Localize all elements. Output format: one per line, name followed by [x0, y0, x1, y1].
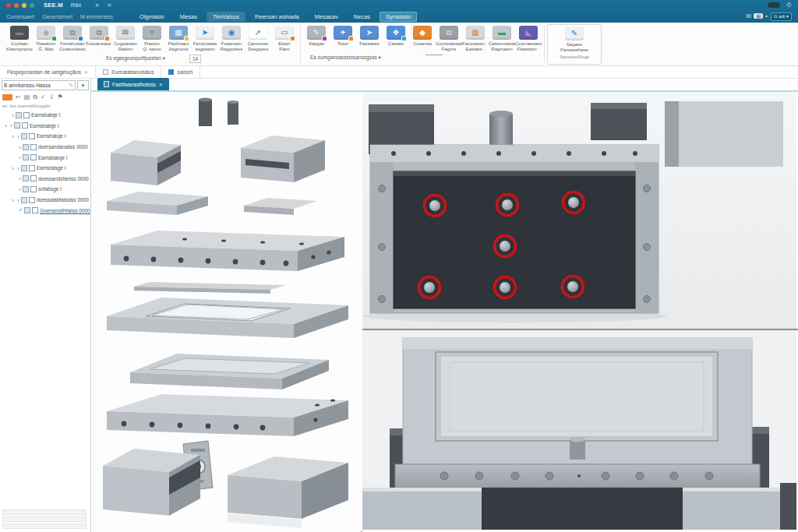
graphics-viewport: Fasttiwanasthotoss ✕: [91, 79, 798, 532]
menu-item[interactable]: Generstmert: [42, 14, 72, 19]
chevron-down-icon[interactable]: ∨: [16, 166, 21, 171]
chevron-down-icon[interactable]: ∨: [9, 123, 14, 128]
collapsed-panel-bar[interactable]: [2, 509, 87, 515]
tree-item[interactable]: ∨doessandsfanlss 0000: [0, 174, 90, 185]
close-icon[interactable]: ✕: [159, 82, 163, 87]
table-icon[interactable]: ▤: [24, 93, 30, 100]
line-style-preview[interactable]: [425, 55, 443, 55]
ribbon-dropdown-1[interactable]: Es egasgoonputfijusstan ▾: [106, 55, 165, 62]
copy-icon[interactable]: ⧉: [33, 93, 37, 100]
flag-icon[interactable]: ⚑: [57, 93, 62, 100]
traffic-light-icon[interactable]: [6, 3, 11, 8]
exploded-assembly-drawing[interactable]: [91, 92, 362, 531]
tree-item[interactable]: ∨∨Eamsbabije I: [0, 121, 90, 132]
ribbon-button-label: Cosansa: [409, 41, 436, 47]
ribbon-button-stack[interactable]: ⧉Comsnassase ▾Fagms: [436, 24, 462, 65]
ribbon-button-chart-up[interactable]: ➚CansnsseSsegspes: [245, 24, 271, 65]
tree-filter-combobox[interactable]: B amrikánssu Hassa ✎: [2, 80, 76, 90]
ribbon-button-drop[interactable]: ◆Cosansa·: [409, 24, 436, 65]
assembly-icon: [21, 133, 27, 139]
traffic-light-icon[interactable]: [14, 3, 19, 8]
menu-item-reersan-asinada[interactable]: Reersan asinada: [249, 12, 305, 22]
traffic-light-icon[interactable]: [30, 3, 34, 8]
chevron-down-icon[interactable]: ∨: [10, 134, 16, 139]
chevron-down-icon[interactable]: ∨: [17, 187, 23, 192]
ribbon-button-disc[interactable]: ◉FsaansenRagypittes: [218, 24, 245, 65]
menu-item-olgmásio[interactable]: Olgmásio: [133, 12, 171, 22]
document-icon: [104, 81, 109, 87]
menu-item-mesas[interactable]: Mesas: [174, 12, 203, 22]
chevron-down-icon[interactable]: ∨: [16, 134, 21, 139]
chevron-down-icon[interactable]: ∨: [10, 113, 16, 118]
detail-view-top-pane[interactable]: [362, 92, 798, 330]
viewport-tab-active[interactable]: Fasttiwanasthotoss ✕: [97, 78, 169, 90]
tree-item[interactable]: ∨∨Eamstalsge I: [0, 163, 90, 174]
ribbon-button-image-strip[interactable]: ▬CassonsastewRagmasm: [489, 24, 515, 65]
menu-item-mesasav[interactable]: Mesasav: [309, 12, 344, 22]
rounded-square-icon: ❖: [387, 26, 405, 40]
ribbon-button-tag[interactable]: ◆FlawarenǴ. Mas: [33, 24, 59, 65]
ribbon-button-pen-document[interactable]: ✎SagaseFansasehaseSassoesSings: [547, 24, 602, 65]
menubar-left: CommsaertGenerstmertM emmerless: [6, 14, 113, 19]
dot-icon[interactable]: ▪: [765, 12, 768, 19]
undo-arrow-icon[interactable]: ↩: [16, 93, 21, 100]
export-icon[interactable]: ⇩: [49, 93, 55, 100]
fixture-top-detail[interactable]: [362, 92, 796, 329]
check-icon[interactable]: ✓: [41, 93, 46, 100]
chevron-down-icon[interactable]: ∨: [17, 176, 23, 181]
ribbon-button-palette-grid[interactable]: ▦Fancsassn · ▾Easfass ·: [462, 24, 489, 65]
tree-item[interactable]: ∨∨doessalsbfalsslss 0000: [0, 195, 90, 206]
ribbon-button-rounded-square[interactable]: ❖Casase: [383, 24, 409, 65]
badge-icon: [401, 36, 407, 41]
tree-item[interactable]: ∨∨Eamshalúje I: [0, 131, 90, 142]
close-icon[interactable]: ✕ ✕: [95, 2, 115, 9]
document-tabs: Fkspejonastan de uetgeluçãos✕Eumatatiano…: [0, 66, 798, 79]
document-tab[interactable]: sáissh: [161, 66, 200, 78]
document-tab[interactable]: Eumatatianobãos: [96, 66, 161, 78]
chevron-down-icon[interactable]: ∨: [17, 145, 23, 150]
ribbon-button-label: Fassasse: [356, 41, 383, 47]
menu-item[interactable]: Commsaert: [6, 14, 34, 19]
chevron-down-icon[interactable]: ∨: [10, 198, 16, 203]
menu-item-necas[interactable]: Necas: [348, 12, 376, 22]
ribbon-dropdown-2[interactable]: Ea sumgansassstosanssgsas ▾: [310, 55, 381, 61]
chevron-down-icon[interactable]: ∨: [16, 198, 21, 203]
close-icon[interactable]: ✕: [84, 69, 88, 75]
monitor-icon[interactable]: ⊟: [747, 12, 751, 19]
tree-item[interactable]: ∨Eamsbabije I: [0, 110, 90, 121]
chevron-down-icon[interactable]: ∨: [10, 166, 16, 171]
collapsed-panel-bar[interactable]: [2, 516, 87, 522]
tree-item[interactable]: ∨Eamsbalúje I: [0, 152, 90, 163]
ribbon-button-frame[interactable]: ▭EsserFlam: [271, 24, 298, 65]
layout-icon[interactable]: ▤: [754, 13, 763, 19]
badge-icon: [104, 36, 110, 41]
part-base-plate-holes[interactable]: [107, 394, 348, 436]
tree-item[interactable]: ✓Goersensthfaliss 0000: [0, 205, 90, 216]
part-long-plate-holes[interactable]: [111, 231, 344, 271]
detail-view-bottom-pane[interactable]: [362, 330, 798, 532]
menu-item-timvaisos[interactable]: TimVaisos: [207, 12, 245, 22]
ribbon-button-picture[interactable]: ▦FlsclnsamAsgnums: [165, 24, 192, 65]
collapsed-panel-bar[interactable]: [2, 523, 87, 529]
chevron-down-icon[interactable]: ∨: [17, 155, 23, 160]
chevron-down-icon[interactable]: ∨: [3, 123, 9, 128]
tree-item[interactable]: ∨doersandánaliss 0000: [0, 142, 90, 153]
tree-item[interactable]: ∨snfabsge I: [0, 184, 90, 195]
tree-filter-dropdown-button[interactable]: ▾: [77, 80, 89, 90]
traffic-light-icon[interactable]: [22, 3, 26, 8]
ribbon-button-copy-pages[interactable]: ⧉FenstrusianCoasnvlassos: [59, 24, 86, 65]
document-icon: [103, 69, 108, 75]
menu-item-synaissio[interactable]: Synaissio: [380, 12, 417, 22]
part-bottom-left-block[interactable]: [103, 449, 200, 516]
exploded-view-pane[interactable]: [91, 92, 362, 532]
toggle-pill-icon[interactable]: [768, 2, 780, 8]
color-swatch-icon[interactable]: [2, 94, 12, 100]
gear-icon[interactable]: ⚙: [786, 2, 792, 9]
ribbon-button-briefcase[interactable]: ▬ConlaanKlasmpnpnos: [6, 24, 33, 65]
assembled-fixture-detail[interactable]: [362, 330, 796, 530]
part-icon: [29, 133, 35, 139]
search-badge[interactable]: G adi ▾: [771, 12, 792, 21]
document-tab[interactable]: Fkspejonastan de uetgeluçãos✕: [0, 66, 96, 78]
ribbon-button-mountain[interactable]: ◣Cosmassasie · ▾Flsastism ·: [515, 24, 542, 65]
menu-item[interactable]: M emmerless: [80, 14, 113, 19]
